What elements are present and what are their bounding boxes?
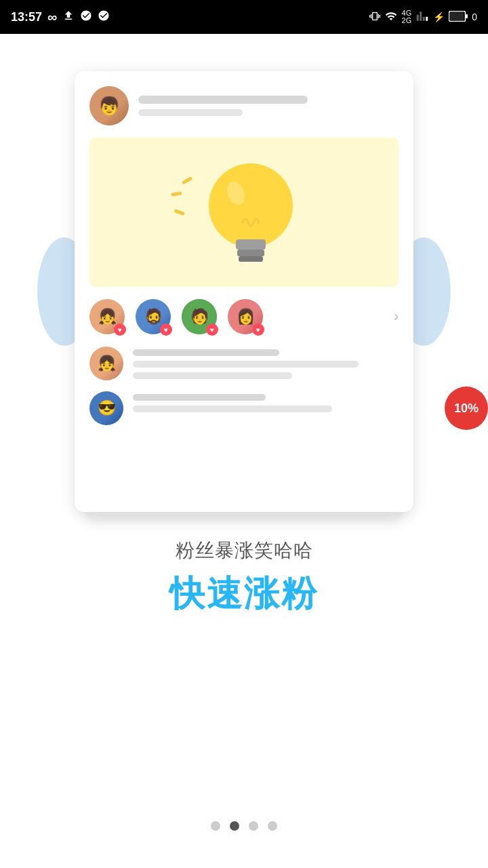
- upload-icon: [62, 9, 75, 25]
- avatar-heart-1: 👧: [89, 299, 125, 334]
- svg-rect-3: [466, 14, 468, 18]
- svg-rect-5: [171, 191, 182, 197]
- signal-bars: [415, 10, 429, 24]
- svg-point-7: [209, 163, 293, 248]
- battery-icon: [449, 11, 468, 24]
- dot-2[interactable]: [230, 821, 239, 831]
- percent-badge-label: 10%: [454, 401, 479, 416]
- comment-placeholder-lines-1: [133, 347, 399, 379]
- card-wrapper: 👦: [75, 71, 413, 512]
- infinity-icon: ∞: [47, 9, 57, 25]
- svg-rect-4: [182, 176, 192, 184]
- dot-3[interactable]: [249, 821, 258, 831]
- vibrate-icon: [369, 10, 380, 24]
- status-right: 4G2G ⚡ 0: [369, 9, 477, 24]
- svg-rect-0: [426, 16, 428, 20]
- comment-avatar-2: 😎: [89, 391, 123, 425]
- comment-line-1b: [133, 361, 359, 368]
- social-card: 👦: [75, 71, 413, 512]
- user-avatar-face: 👦: [89, 86, 129, 125]
- wifi-icon: [384, 10, 398, 24]
- chevron-right-icon[interactable]: ›: [394, 308, 399, 326]
- comment-placeholder-lines-2: [133, 391, 399, 412]
- avatar-heart-4: 👩: [228, 299, 263, 334]
- text-section: 粉丝暴涨笑哈哈 快速涨粉: [169, 538, 319, 618]
- heart-badge-4: [252, 323, 264, 336]
- svg-rect-9: [237, 250, 264, 256]
- heart-badge-3: [206, 323, 218, 336]
- heart-badge-1: [114, 323, 126, 336]
- comment-row-2: 😎: [89, 391, 399, 425]
- svg-rect-8: [236, 239, 266, 250]
- dot-4[interactable]: [268, 821, 277, 831]
- check-icon-2: [98, 9, 110, 25]
- battery-charging-icon: ⚡: [433, 12, 445, 22]
- svg-rect-6: [174, 209, 185, 216]
- comment-line-2a: [133, 394, 266, 401]
- comment-line-1a: [133, 349, 279, 356]
- time-display: 13:57: [11, 10, 42, 24]
- status-bar: 13:57 ∞ 4G2G ⚡ 0: [0, 0, 488, 34]
- comment-line-2b: [133, 406, 332, 412]
- status-left: 13:57 ∞: [11, 9, 110, 25]
- main-title: 快速涨粉: [169, 570, 319, 618]
- card-header: 👦: [89, 86, 399, 125]
- check-icon-1: [80, 9, 92, 25]
- header-placeholder-lines: [138, 96, 399, 116]
- signal-4g: 4G2G: [402, 9, 412, 24]
- dot-1[interactable]: [211, 821, 220, 831]
- comment-avatar-1: 👧: [89, 347, 123, 380]
- heart-badge-2: [160, 323, 172, 336]
- percent-badge: 10%: [445, 387, 488, 430]
- svg-rect-2: [450, 12, 464, 20]
- comment-line-1c: [133, 372, 292, 379]
- placeholder-line-long: [138, 96, 308, 104]
- bulb-image-area: [89, 138, 399, 287]
- placeholder-line-short: [138, 109, 243, 116]
- avatar: 👦: [89, 86, 129, 125]
- svg-rect-10: [239, 256, 263, 262]
- dots-row: [211, 821, 277, 831]
- battery-level: 0: [472, 12, 477, 22]
- main-content: 👦: [0, 34, 488, 868]
- avatar-heart-3: 🧑: [182, 299, 217, 334]
- avatar-heart-2: 🧔: [136, 299, 171, 334]
- subtitle-text: 粉丝暴涨笑哈哈: [169, 538, 319, 564]
- comment-row-1: 👧: [89, 347, 399, 380]
- lightbulb-svg: [136, 144, 352, 280]
- reaction-row: 👧 🧔 🧑 👩: [89, 299, 399, 334]
